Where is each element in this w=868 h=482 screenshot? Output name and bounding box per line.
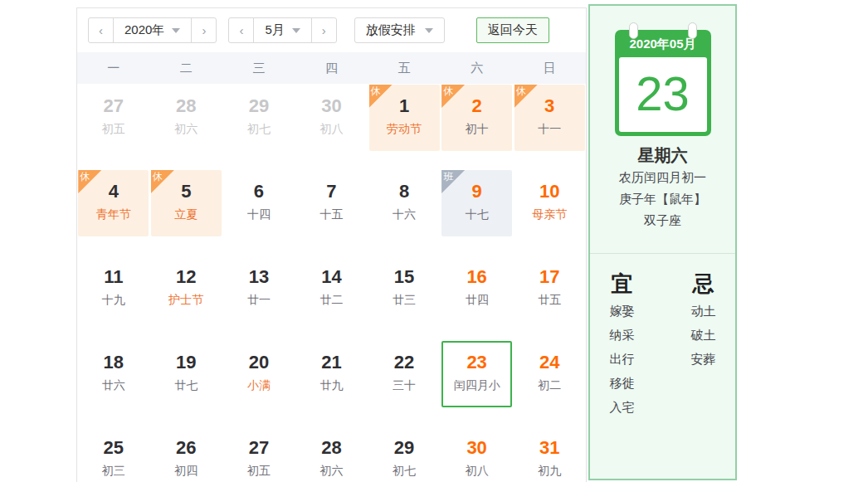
day-number: 27: [223, 436, 294, 459]
yi-column: 宜 嫁娶纳采出行移徙入宅: [597, 269, 648, 419]
day-lunar-label: 初五: [78, 119, 149, 139]
holiday-schedule-label: 放假安排: [366, 22, 416, 38]
day-number: 21: [296, 351, 367, 373]
calendar-day-cell[interactable]: 休4青年节: [77, 169, 150, 255]
calendar-day-cell[interactable]: 8十六: [368, 169, 441, 255]
year-dropdown[interactable]: 2020年: [113, 18, 192, 42]
day-number: 8: [369, 180, 440, 202]
day-box: 26初四: [151, 426, 222, 482]
calendar-day-cell[interactable]: 7十五: [295, 169, 368, 255]
day-number: 25: [78, 436, 149, 459]
calendar-day-cell[interactable]: 14廿二: [295, 255, 368, 340]
month-next-button[interactable]: ›: [312, 18, 336, 42]
calendar-day-cell[interactable]: 13廿一: [222, 255, 295, 340]
calendar-day-cell[interactable]: 休2初十: [441, 84, 514, 169]
calendar-day-cell[interactable]: 29初七: [368, 426, 441, 482]
calendar-day-cell[interactable]: 30初八: [441, 426, 514, 482]
day-number: 31: [514, 436, 585, 459]
day-lunar-label: 廿一: [223, 290, 294, 309]
holiday-schedule-dropdown[interactable]: 放假安排: [354, 17, 445, 43]
calendar-day-cell[interactable]: 17廿五: [513, 255, 586, 340]
calendar-day-cell[interactable]: 30初八: [295, 84, 368, 169]
calendar-day-cell[interactable]: 27初五: [222, 426, 295, 482]
selected-day-box: 23闰四月小: [441, 341, 512, 407]
calendar-day-cell[interactable]: 21廿九: [295, 340, 368, 426]
calendar-day-cell[interactable]: 20小满: [222, 340, 295, 426]
calendar-day-cell[interactable]: 6十四: [222, 169, 295, 255]
calendar-day-cell[interactable]: 班9十七: [441, 169, 514, 255]
date-card: 2020年05月 23: [615, 30, 711, 136]
calendar-day-cell[interactable]: 23闰四月小: [441, 340, 514, 426]
year-next-button[interactable]: ›: [192, 18, 216, 42]
day-number: 9: [441, 180, 512, 202]
month-prev-button[interactable]: ‹: [229, 18, 253, 42]
day-lunar-label: 护士节: [151, 290, 222, 309]
calendar-day-cell[interactable]: 28初六: [150, 84, 223, 169]
weekday-name: 星期六: [590, 144, 735, 167]
caret-down-icon: [292, 28, 300, 33]
day-number: 15: [369, 265, 440, 288]
day-lunar-label: 初三: [78, 461, 149, 480]
year-prev-button[interactable]: ‹: [89, 18, 113, 42]
calendar-day-cell[interactable]: 18廿六: [77, 340, 150, 426]
day-box: 29初七: [369, 426, 440, 482]
day-box: 8十六: [369, 170, 440, 236]
day-lunar-label: 初七: [223, 119, 294, 139]
calendar-day-cell[interactable]: 12护士节: [150, 255, 223, 340]
calendar-day-cell[interactable]: 休1劳动节: [368, 84, 441, 169]
day-number: 3: [514, 95, 585, 117]
day-number: 2: [441, 95, 512, 117]
day-box: 7十五: [296, 170, 367, 236]
calendar-day-cell[interactable]: 28初六: [295, 426, 368, 482]
calendar-day-cell[interactable]: 25初三: [77, 426, 150, 482]
day-box: 29初七: [223, 85, 294, 151]
day-lunar-label: 十五: [296, 205, 367, 224]
day-lunar-label: 廿四: [441, 290, 512, 309]
day-lunar-label: 闰四月小: [443, 376, 510, 395]
day-number: 11: [78, 265, 149, 288]
calendar-panel: ‹ 2020年 › ‹ 5月 › 放假安排 返回今天 一二三四五六日 27初五2…: [76, 7, 587, 482]
ji-item: 安葬: [678, 347, 729, 371]
day-number: 12: [151, 265, 222, 288]
day-lunar-label: 立夏: [151, 205, 222, 224]
day-box: 休1劳动节: [369, 85, 440, 151]
calendar-day-cell[interactable]: 24初二: [513, 340, 586, 426]
calendar-day-cell[interactable]: 10母亲节: [513, 169, 586, 255]
calendar-day-cell[interactable]: 29初七: [222, 84, 295, 169]
calendar-day-cell[interactable]: 休5立夏: [150, 169, 223, 255]
day-lunar-label: 十九: [78, 290, 149, 309]
day-box: 休4青年节: [78, 170, 149, 236]
calendar-day-cell[interactable]: 11十九: [77, 255, 150, 340]
day-box: 25初三: [78, 426, 149, 482]
day-lunar-label: 廿七: [151, 376, 222, 395]
back-to-today-button[interactable]: 返回今天: [476, 17, 549, 43]
calendar-day-cell[interactable]: 休3十一: [513, 84, 586, 169]
day-number: 24: [514, 351, 585, 373]
calendar-day-cell[interactable]: 22三十: [368, 340, 441, 426]
day-number: 29: [223, 95, 294, 117]
calendar-day-cell[interactable]: 31初九: [513, 426, 586, 482]
day-lunar-label: 十一: [514, 119, 585, 139]
calendar-day-cell[interactable]: 19廿七: [150, 340, 223, 426]
day-number: 5: [151, 180, 222, 202]
day-lunar-label: 廿六: [78, 376, 149, 395]
calendar-day-cell[interactable]: 26初四: [150, 426, 223, 482]
yi-item: 嫁娶: [597, 299, 648, 323]
day-number: 6: [223, 180, 294, 202]
calendar-day-cell[interactable]: 27初五: [77, 84, 150, 169]
day-lunar-label: 初九: [514, 461, 585, 480]
day-lunar-label: 青年节: [78, 205, 149, 224]
day-box: 24初二: [514, 341, 585, 407]
month-dropdown[interactable]: 5月: [253, 18, 311, 42]
binder-ring-icon: [688, 22, 697, 39]
day-lunar-label: 初五: [223, 461, 294, 480]
day-number: 23: [443, 351, 510, 373]
ji-column: 忌 动土破土安葬: [678, 269, 729, 419]
day-box: 休3十一: [514, 85, 585, 151]
calendar-day-cell[interactable]: 15廿三: [368, 255, 441, 340]
day-lunar-label: 小满: [223, 376, 294, 395]
yi-item: 纳采: [597, 323, 648, 347]
calendar-day-cell[interactable]: 16廿四: [441, 255, 514, 340]
day-box: 19廿七: [151, 341, 222, 407]
day-number: 20: [223, 351, 294, 373]
